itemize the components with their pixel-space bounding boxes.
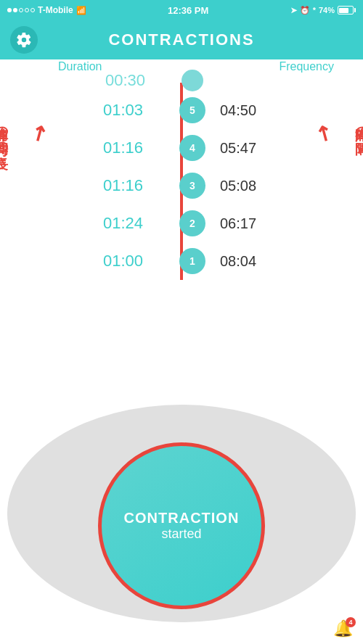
dot3 (19, 8, 23, 12)
status-bar: T-Mobile 📶 12:36 PM ➤ ⏰ * 74% (0, 0, 363, 20)
node-2: 2 (179, 210, 205, 236)
jp-label-right: 陣痛の間隔 (353, 117, 363, 133)
status-time: 12:36 PM (168, 5, 208, 16)
node-top (182, 70, 203, 91)
bell-badge: 4 (346, 617, 356, 627)
contraction-button[interactable]: CONTRACTION started (98, 442, 265, 609)
alarm-icon: ⏰ (300, 6, 310, 15)
dot4 (25, 8, 29, 12)
dot5 (30, 8, 35, 12)
location-icon: ➤ (290, 6, 297, 15)
frequency-value-3: 05:08 (205, 178, 341, 194)
notification-bell-area[interactable]: 🔔 4 (333, 619, 353, 638)
jp-label-left: 陣痛の時間の長さ (0, 117, 9, 163)
settings-button[interactable] (10, 26, 38, 54)
battery-tip (354, 8, 356, 12)
duration-value-2: 01:24 (22, 214, 179, 233)
main-content: 陣痛の時間の長さ ↗ 陣痛の間隔 ↗ Duration Frequency 00… (0, 59, 363, 644)
battery-icon (338, 6, 356, 15)
battery-fill (339, 8, 348, 13)
frequency-value-5: 04:50 (205, 102, 341, 119)
frequency-value-2: 06:17 (205, 215, 341, 232)
bottom-area: CONTRACTION started (0, 361, 363, 644)
duration-value-3: 01:16 (22, 176, 179, 195)
signal-dots (7, 8, 35, 12)
duration-value-top: 00:30 (22, 71, 182, 90)
dot2 (13, 8, 17, 12)
duration-value-1: 01:00 (22, 252, 179, 271)
node-1: 1 (179, 248, 205, 274)
wifi-icon: 📶 (76, 6, 86, 15)
battery-percent: 74% (319, 6, 335, 15)
page-title: CONTRACTIONS (108, 30, 254, 49)
battery-body (338, 6, 354, 15)
bluetooth-icon: * (313, 6, 316, 15)
contractions-list: Duration Frequency 00:30 01:03 5 04:50 0… (0, 59, 363, 280)
frequency-value-1: 08:04 (205, 253, 341, 270)
node-5: 5 (179, 97, 205, 123)
dot1 (7, 8, 12, 12)
carrier-label: T-Mobile (38, 5, 73, 15)
contraction-button-line2: started (161, 527, 201, 542)
status-left: T-Mobile 📶 (7, 5, 86, 15)
node-4: 4 (179, 135, 205, 161)
app-header: CONTRACTIONS (0, 20, 363, 59)
duration-value-5: 01:03 (22, 101, 179, 120)
contraction-button-line1: CONTRACTION (124, 510, 240, 527)
node-3: 3 (179, 173, 205, 199)
gear-icon (16, 32, 32, 48)
timeline: 00:30 01:03 5 04:50 01:16 4 05:47 01:16 … (22, 70, 341, 280)
status-right: ➤ ⏰ * 74% (290, 6, 356, 15)
